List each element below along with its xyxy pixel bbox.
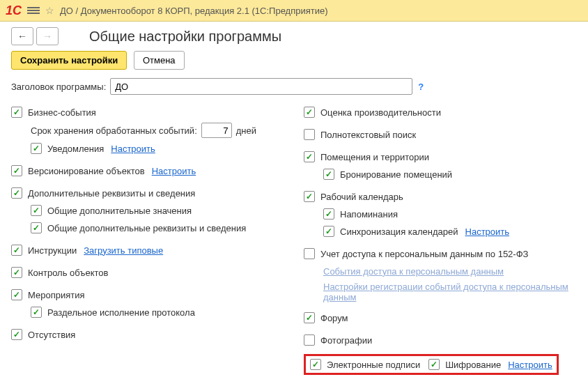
link-esign-configure[interactable]: Настроить: [508, 360, 552, 370]
link-versioning-configure[interactable]: Настроить: [152, 166, 196, 176]
label-extra-attrs: Дополнительные реквизиты и сведения: [28, 188, 195, 199]
label-notifications: Уведомления: [47, 144, 104, 154]
checkbox-rooms-book[interactable]: [323, 169, 334, 180]
program-title-label: Заголовок программы:: [11, 82, 106, 92]
label-fulltext: Полнотекстовый поиск: [320, 130, 416, 140]
label-encrypt: Шифрование: [445, 360, 501, 370]
checkbox-cal-sync[interactable]: [323, 226, 334, 237]
checkbox-extra-attrs[interactable]: [11, 187, 22, 199]
menu-icon[interactable]: [27, 6, 40, 15]
checkbox-photos[interactable]: [304, 334, 315, 346]
nav-back-button[interactable]: ←: [11, 27, 33, 45]
checkbox-business-events[interactable]: [11, 107, 22, 118]
label-forum: Форум: [320, 313, 348, 323]
page-title: Общие настройки программы: [89, 29, 281, 45]
highlight-esign-group: Электронные подписи Шифрование Настроить: [304, 354, 559, 375]
checkbox-extra-common-attrs[interactable]: [31, 222, 42, 233]
window-title: ДО / Документооборот 8 КОРП, редакция 2.…: [60, 6, 328, 16]
link-pd152-settings: Настройки регистрации событий доступа к …: [323, 282, 588, 302]
checkbox-performance[interactable]: [304, 107, 315, 118]
checkbox-pd152[interactable]: [304, 248, 315, 259]
label-events: Мероприятия: [28, 290, 85, 300]
checkbox-calendar[interactable]: [304, 191, 315, 202]
program-title-input[interactable]: [110, 78, 412, 95]
checkbox-extra-common-values[interactable]: [31, 205, 42, 216]
favorite-icon[interactable]: ☆: [45, 5, 54, 16]
checkbox-rooms[interactable]: [304, 151, 315, 162]
input-retention-days[interactable]: [201, 123, 232, 138]
label-photos: Фотографии: [320, 335, 372, 346]
label-retention-unit: дней: [236, 125, 256, 136]
label-instructions: Инструкции: [28, 245, 77, 256]
label-versioning: Версионирование объектов: [28, 166, 145, 176]
label-rooms: Помещения и территории: [320, 152, 429, 162]
checkbox-instructions[interactable]: [11, 245, 22, 256]
label-reminders: Напоминания: [340, 209, 398, 220]
link-instructions-load[interactable]: Загрузить типовые: [84, 245, 163, 256]
label-pd152: Учет доступа к персональным данным по 15…: [320, 249, 528, 259]
link-cal-sync-configure[interactable]: Настроить: [465, 226, 510, 237]
label-calendar: Рабочий календарь: [320, 192, 403, 202]
cancel-button[interactable]: Отмена: [134, 51, 185, 70]
checkbox-versioning[interactable]: [11, 165, 22, 176]
checkbox-events[interactable]: [11, 289, 22, 300]
link-pd152-events: События доступа к персональным данным: [323, 266, 504, 277]
label-object-control: Контроль объектов: [28, 268, 108, 278]
label-rooms-book: Бронирование помещений: [340, 169, 452, 180]
checkbox-fulltext[interactable]: [304, 129, 315, 140]
label-events-split: Раздельное исполнение протокола: [47, 307, 195, 318]
nav-forward-button: →: [36, 27, 59, 45]
checkbox-reminders[interactable]: [323, 208, 334, 220]
checkbox-absence[interactable]: [11, 329, 22, 340]
app-logo: 1C: [6, 3, 22, 18]
label-extra-common-values: Общие дополнительные значения: [47, 206, 192, 216]
save-button[interactable]: Сохранить настройки: [11, 51, 127, 70]
checkbox-encrypt[interactable]: [428, 359, 440, 370]
checkbox-object-control[interactable]: [11, 267, 22, 278]
link-notifications-configure[interactable]: Настроить: [111, 144, 155, 154]
label-cal-sync: Синхронизация календарей: [340, 226, 458, 237]
label-esign: Электронные подписи: [327, 360, 420, 370]
label-absence: Отсутствия: [28, 330, 75, 340]
checkbox-notifications[interactable]: [31, 143, 42, 154]
checkbox-esign[interactable]: [310, 359, 321, 370]
help-icon[interactable]: ?: [418, 82, 424, 92]
checkbox-events-split[interactable]: [31, 307, 42, 318]
label-performance: Оценка производительности: [320, 107, 441, 118]
label-extra-common-attrs: Общие дополнительные реквизиты и сведени…: [47, 223, 246, 233]
checkbox-forum[interactable]: [304, 312, 315, 323]
label-business-events: Бизнес-события: [28, 107, 96, 118]
label-retention: Срок хранения обработанных событий:: [31, 125, 197, 136]
